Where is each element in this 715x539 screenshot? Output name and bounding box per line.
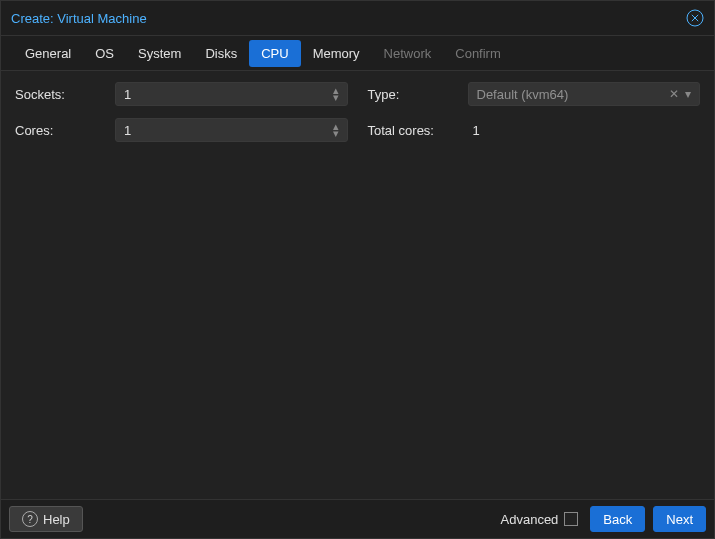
cores-label: Cores: [15,123,115,138]
tab-general[interactable]: General [13,40,83,67]
right-column: Type: Default (kvm64) ✕ ▾ Total cores: 1 [368,81,701,489]
spinner-icon[interactable]: ▴▾ [333,87,339,101]
tab-confirm: Confirm [443,40,513,67]
spinner-icon[interactable]: ▴▾ [333,123,339,137]
row-cores: Cores: 1 ▴▾ [15,117,348,143]
cores-value: 1 [124,123,333,138]
sockets-input[interactable]: 1 ▴▾ [115,82,348,106]
total-cores-label: Total cores: [368,123,468,138]
left-column: Sockets: 1 ▴▾ Cores: 1 ▴▾ [15,81,348,489]
tab-system[interactable]: System [126,40,193,67]
help-button[interactable]: ? Help [9,506,83,532]
wizard-tabs: General OS System Disks CPU Memory Netwo… [1,36,714,70]
help-icon: ? [22,511,38,527]
sockets-label: Sockets: [15,87,115,102]
sockets-value: 1 [124,87,333,102]
advanced-checkbox[interactable] [564,512,578,526]
row-total-cores: Total cores: 1 [368,117,701,143]
next-label: Next [666,512,693,527]
tab-cpu[interactable]: CPU [249,40,300,67]
type-value: Default (kvm64) [477,87,664,102]
help-label: Help [43,512,70,527]
type-label: Type: [368,87,468,102]
back-label: Back [603,512,632,527]
footer: ? Help Advanced Back Next [1,499,714,538]
back-button[interactable]: Back [590,506,645,532]
type-combo[interactable]: Default (kvm64) ✕ ▾ [468,82,701,106]
next-button[interactable]: Next [653,506,706,532]
titlebar: Create: Virtual Machine [1,1,714,36]
total-cores-value: 1 [468,123,701,138]
tab-memory[interactable]: Memory [301,40,372,67]
tab-network: Network [372,40,444,67]
advanced-label: Advanced [501,512,559,527]
tab-os[interactable]: OS [83,40,126,67]
row-sockets: Sockets: 1 ▴▾ [15,81,348,107]
window-title: Create: Virtual Machine [11,11,686,26]
advanced-toggle[interactable]: Advanced [501,512,579,527]
chevron-down-icon[interactable]: ▾ [685,87,691,101]
cpu-panel: Sockets: 1 ▴▾ Cores: 1 ▴▾ [1,70,714,499]
dialog-create-vm: Create: Virtual Machine General OS Syste… [0,0,715,539]
tab-disks[interactable]: Disks [193,40,249,67]
close-icon[interactable] [686,9,704,27]
cores-input[interactable]: 1 ▴▾ [115,118,348,142]
row-type: Type: Default (kvm64) ✕ ▾ [368,81,701,107]
clear-icon[interactable]: ✕ [669,87,679,101]
